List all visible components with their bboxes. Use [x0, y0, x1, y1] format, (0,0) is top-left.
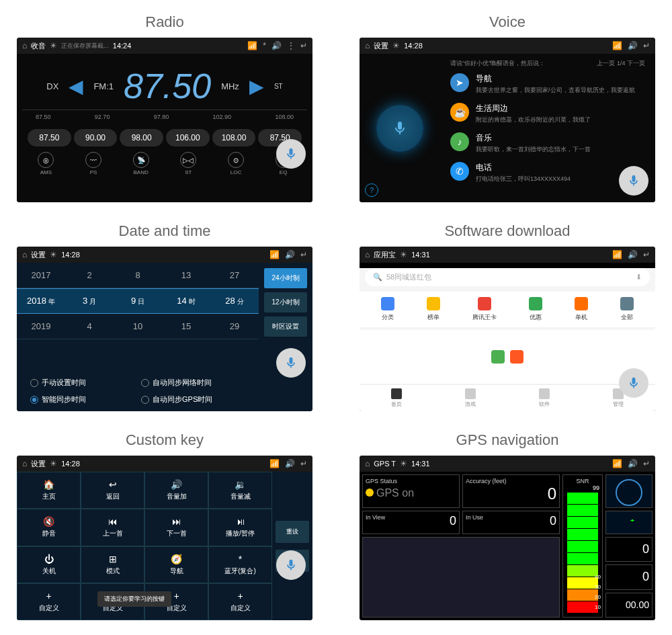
st-button[interactable]: ▷◁ST	[180, 152, 196, 175]
key-nav[interactable]: 🧭导航	[144, 546, 208, 583]
format-24h-button[interactable]: 24小时制	[264, 268, 307, 288]
gps-accuracy-box: Accuracy (feet) 0	[462, 474, 560, 508]
back-icon[interactable]: ↵	[643, 250, 650, 259]
timezone-button[interactable]: 时区设置	[264, 316, 307, 337]
home-icon[interactable]: ⌂	[365, 41, 370, 50]
nav-home[interactable]: 首页	[391, 388, 402, 408]
volume-icon[interactable]: 🔊	[271, 41, 282, 50]
mic-button[interactable]	[276, 139, 306, 169]
key-power[interactable]: ⏻关机	[17, 546, 81, 583]
cat-button[interactable]: 单机	[575, 297, 588, 322]
key-prev[interactable]: ⏮上一首	[81, 509, 144, 546]
gps-panel: GPS navigation ⌂ GPS T ☀ 14:31 📶 🔊 ↵ GPS…	[356, 431, 659, 620]
prev-icon[interactable]: ◀	[69, 75, 83, 97]
status-bar: ⌂ 收音 ☀ 正在保存屏幕截... 14:24 📶 * 🔊 ⋮ ↵	[17, 38, 312, 54]
voice-pagination[interactable]: 上一页 1/4 下一页	[597, 59, 645, 68]
wifi-icon: 📶	[612, 250, 622, 259]
brightness-icon[interactable]: ☀	[50, 250, 57, 259]
download-icon[interactable]: ⬇	[636, 273, 642, 282]
voice-item[interactable]: ☕ 生活周边附近的肯德基，欢乐谷附近的川菜，我饿了	[450, 103, 645, 124]
next-icon[interactable]: ▶	[249, 75, 264, 97]
nav-games[interactable]: 游戏	[465, 388, 476, 408]
mic-button[interactable]	[276, 550, 306, 580]
home-icon[interactable]: ⌂	[22, 459, 27, 468]
radio-manual[interactable]: 手动设置时间	[30, 378, 134, 388]
gps-readouts: 0 0 00.00	[605, 537, 653, 618]
mic-button[interactable]	[619, 166, 648, 196]
cat-button[interactable]: 优惠	[529, 297, 542, 322]
preset-button[interactable]: 90.00	[74, 129, 118, 146]
key-playpause[interactable]: ⏯播放/暂停	[208, 509, 272, 546]
volume-icon[interactable]: 🔊	[628, 41, 638, 50]
home-icon[interactable]: ⌂	[365, 459, 370, 468]
search-input[interactable]: 🔍 58同城送红包 ⬇	[365, 268, 650, 286]
menu-icon[interactable]: ⋮	[287, 41, 295, 50]
unit-label: MHz	[221, 81, 239, 91]
mic-icon	[392, 120, 408, 136]
key-home[interactable]: 🏠主页	[17, 472, 81, 509]
loc-button[interactable]: ⊙LOC	[228, 152, 244, 175]
key-bluetooth[interactable]: *蓝牙(复合)	[208, 546, 272, 583]
mic-button[interactable]	[619, 368, 648, 398]
preset-button[interactable]: 108.00	[212, 129, 256, 146]
music-icon: ♪	[450, 132, 469, 151]
status-time: 14:28	[404, 42, 423, 50]
brightness-icon[interactable]: ☀	[400, 250, 407, 259]
radio-network[interactable]: 自动同步网络时间	[141, 378, 245, 388]
back-icon[interactable]: ↵	[300, 41, 307, 50]
volume-icon[interactable]: 🔊	[628, 250, 638, 259]
preset-button[interactable]: 87.50	[28, 129, 71, 146]
ps-button[interactable]: 〰PS	[85, 152, 101, 175]
preset-button[interactable]: 98.00	[120, 129, 163, 146]
key-volup[interactable]: 🔊音量加	[144, 472, 208, 509]
voice-item[interactable]: ➤ 导航我要去世界之窗，我要回家/公司，查看导航历史，我要返航	[450, 73, 645, 95]
home-icon[interactable]: ⌂	[22, 250, 27, 259]
key-custom[interactable]: +自定义	[208, 583, 272, 620]
date-picker[interactable]: 2017281327 2018年 3月 9日 14时 28分 201941015…	[17, 263, 259, 371]
voice-panel: Voice ⌂ 设置 ☀ 14:28 📶 🔊 ↵ ?	[356, 13, 659, 202]
key-mode[interactable]: ⊞模式	[81, 546, 144, 583]
key-mute[interactable]: 🔇静音	[17, 509, 81, 546]
home-icon[interactable]: ⌂	[22, 41, 27, 50]
back-icon[interactable]: ↵	[300, 459, 307, 468]
preset-button[interactable]: 106.00	[166, 129, 210, 146]
voice-item[interactable]: ✆ 电话打电话给张三，呼叫134XXXXX494	[450, 162, 645, 183]
back-icon[interactable]: ↵	[643, 459, 650, 468]
voice-item[interactable]: ♪ 音乐我要听歌，来一首刘德华的忘情水，下一首	[450, 132, 645, 154]
brightness-icon[interactable]: ☀	[50, 459, 57, 468]
voice-activate-button[interactable]	[376, 105, 423, 152]
cat-button[interactable]: 全部	[620, 297, 634, 322]
cat-button[interactable]: 分类	[381, 297, 394, 322]
help-icon[interactable]: ?	[365, 183, 378, 197]
back-icon[interactable]: ↵	[300, 250, 307, 259]
home-icon[interactable]: ⌂	[365, 250, 370, 259]
radio-gps[interactable]: 自动同步GPS时间	[141, 394, 245, 405]
format-12h-button[interactable]: 12小时制	[264, 292, 307, 312]
cat-button[interactable]: 榜单	[427, 297, 440, 322]
brightness-icon[interactable]: ☀	[392, 41, 400, 50]
radio-smart[interactable]: 智能同步时间	[30, 394, 134, 405]
app-icon[interactable]	[491, 350, 505, 364]
key-custom[interactable]: +自定义	[17, 583, 81, 620]
key-voldown[interactable]: 🔉音量减	[208, 472, 272, 509]
reset-button[interactable]: 重设	[276, 521, 309, 543]
ams-button[interactable]: ◎AMS	[38, 152, 54, 175]
mic-button[interactable]	[276, 348, 306, 378]
key-back[interactable]: ↩返回	[81, 472, 144, 509]
nav-software[interactable]: 软件	[539, 388, 550, 408]
app-icon[interactable]	[510, 350, 523, 364]
volume-icon[interactable]: 🔊	[285, 250, 295, 259]
bluetooth-icon: *	[263, 41, 266, 50]
panel-title: Software download	[444, 222, 570, 240]
volume-icon[interactable]: 🔊	[628, 459, 638, 468]
band-button[interactable]: 📡BAND	[133, 152, 149, 175]
cat-button[interactable]: 腾讯王卡	[472, 297, 497, 322]
frequency-scale[interactable]: 87.50 92.70 97.80 102.90 108.00	[22, 110, 307, 124]
back-icon[interactable]: ↵	[643, 41, 650, 50]
volume-icon[interactable]: 🔊	[285, 459, 295, 468]
brightness-icon[interactable]: ☀	[50, 41, 57, 50]
wifi-icon: 📶	[269, 459, 280, 468]
brightness-icon[interactable]: ☀	[400, 459, 407, 468]
content-area	[360, 330, 655, 384]
key-next[interactable]: ⏭下一首	[144, 509, 208, 546]
